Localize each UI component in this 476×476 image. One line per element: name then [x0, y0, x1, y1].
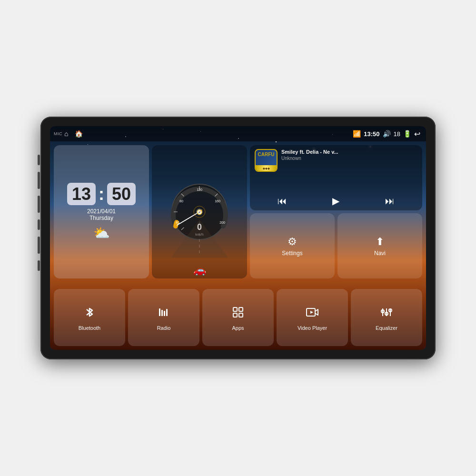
weather-icon: ⛅ [93, 225, 110, 241]
side-btn-vol-up[interactable] [38, 237, 40, 254]
svg-rect-23 [166, 309, 168, 316]
equalizer-label: Equalizer [376, 325, 397, 331]
clock-day: Thursday [89, 215, 113, 221]
main-content: 13 : 50 2021/04/01 Thursday ⛅ [50, 141, 426, 350]
media-logo: CARFU ◆◆◆ [255, 149, 278, 172]
wifi-icon: 📶 [353, 130, 361, 138]
clock-date: 2021/04/01 [87, 208, 116, 215]
house-icon: 🏠 [75, 130, 83, 138]
home-status-icon: ⌂ [64, 130, 68, 138]
settings-label: Settings [282, 250, 302, 257]
settings-icon: ⚙ [288, 236, 297, 248]
navi-widget[interactable]: ⬆ Navi [337, 213, 422, 278]
prev-button[interactable]: ⏮ [278, 196, 287, 207]
side-btn-vol-down[interactable] [38, 260, 40, 271]
bluetooth-label: Bluetooth [79, 325, 100, 331]
volume-level: 18 [394, 130, 400, 138]
logo-ribbon: ◆◆◆ [256, 165, 277, 171]
navi-icon: ⬆ [376, 236, 384, 248]
status-bar: MIC ⌂ 🏠 📶 13:50 🔊 18 🔋 ↩ [50, 126, 426, 141]
equalizer-icon [380, 306, 393, 322]
media-top: CARFU ◆◆◆ Smiley ft. Delia - Ne v... Unk… [255, 149, 417, 172]
side-btn-back[interactable] [38, 219, 40, 230]
svg-rect-20 [159, 308, 160, 316]
apps-icon [231, 306, 245, 322]
next-button[interactable]: ⏭ [385, 196, 395, 207]
bluetooth-icon [83, 306, 96, 322]
apps-label: Apps [232, 325, 244, 331]
dock-video[interactable]: Video Player [277, 289, 348, 346]
media-title: Smiley ft. Delia - Ne v... [281, 149, 417, 155]
car-head-unit: MIC ⌂ 🏠 📶 13:50 🔊 18 🔋 ↩ 13 : [40, 117, 436, 359]
media-info: Smiley ft. Delia - Ne v... Unknown [281, 149, 417, 161]
settings-widget[interactable]: ⚙ Settings [250, 213, 335, 278]
side-buttons [38, 155, 40, 271]
svg-rect-21 [161, 310, 163, 316]
navi-label: Navi [374, 250, 386, 257]
svg-rect-25 [239, 307, 243, 311]
screen: MIC ⌂ 🏠 📶 13:50 🔊 18 🔋 ↩ 13 : [50, 126, 426, 350]
side-btn-power[interactable] [38, 172, 40, 189]
play-button[interactable]: ▶ [332, 195, 339, 207]
clock-hours: 13 [67, 183, 96, 206]
video-label: Video Player [298, 325, 327, 331]
media-widget: CARFU ◆◆◆ Smiley ft. Delia - Ne v... Unk… [250, 145, 422, 210]
right-column: CARFU ◆◆◆ Smiley ft. Delia - Ne v... Unk… [250, 145, 422, 278]
status-icons: 📶 13:50 🔊 18 🔋 ↩ [353, 129, 420, 139]
car-icon: 🚗 [193, 264, 206, 277]
media-controls: ⏮ ▶ ⏭ [255, 195, 417, 207]
volume-icon: 🔊 [383, 130, 391, 138]
radio-label: Radio [157, 325, 171, 331]
clock-display: 13 : 50 [67, 183, 136, 206]
svg-rect-27 [239, 313, 243, 317]
status-time: 13:50 [364, 130, 379, 138]
dock-apps[interactable]: Apps [202, 289, 274, 346]
dock-radio[interactable]: Radio [128, 289, 199, 346]
side-btn-1[interactable] [38, 155, 40, 165]
radio-icon [157, 306, 170, 322]
clock-widget: 13 : 50 2021/04/01 Thursday ⛅ [54, 145, 149, 278]
battery-icon: 🔋 [403, 130, 411, 138]
mic-label: MIC [54, 131, 62, 136]
top-widgets: 13 : 50 2021/04/01 Thursday ⛅ [54, 145, 422, 278]
bottom-dock: Bluetooth Radio [54, 289, 422, 346]
carfu-logo-text: CARFU [258, 152, 275, 157]
svg-marker-30 [310, 311, 313, 314]
clock-minutes: 50 [107, 183, 136, 206]
svg-rect-26 [233, 313, 237, 317]
side-btn-home[interactable] [38, 196, 40, 213]
dock-equalizer[interactable]: Equalizer [351, 289, 422, 346]
svg-text:120: 120 [197, 188, 202, 191]
media-subtitle: Unknown [281, 156, 417, 161]
back-icon[interactable]: ↩ [414, 129, 420, 139]
video-icon [306, 306, 319, 322]
svg-rect-24 [233, 307, 237, 311]
svg-rect-22 [164, 311, 165, 316]
speedometer-widget: 🚗 [152, 145, 247, 278]
dock-bluetooth[interactable]: Bluetooth [54, 289, 125, 346]
